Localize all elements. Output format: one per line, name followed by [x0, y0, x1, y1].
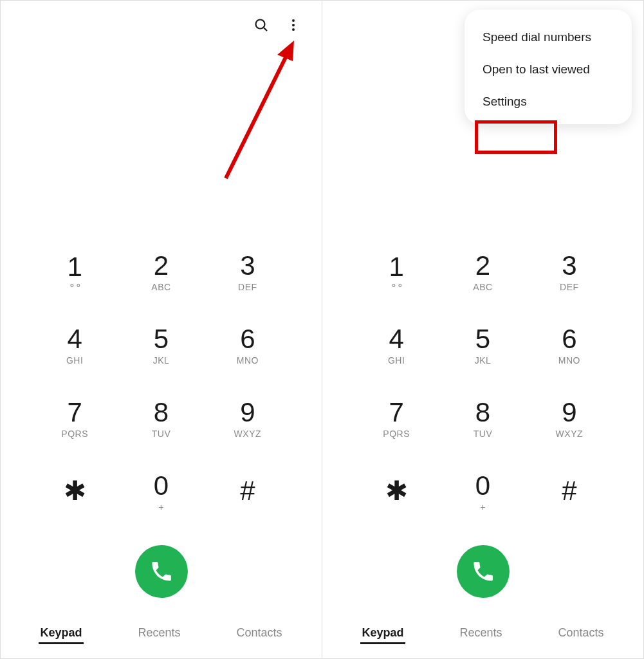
- key-4[interactable]: 4GHI: [32, 321, 118, 370]
- key-2[interactable]: 2ABC: [118, 248, 204, 297]
- key-5[interactable]: 5JKL: [439, 321, 526, 370]
- phone-icon: [471, 559, 495, 584]
- menu-settings[interactable]: Settings: [465, 86, 632, 118]
- dialer-keypad: 1⚬⚬ 2ABC 3DEF 4GHI 5JKL 6MNO 7PQRS 8TUV …: [1, 248, 322, 530]
- key-hash[interactable]: #: [526, 468, 612, 517]
- key-3[interactable]: 3DEF: [205, 248, 291, 297]
- key-5[interactable]: 5JKL: [118, 321, 204, 370]
- call-button[interactable]: [457, 545, 510, 598]
- phone-panel-right: Speed dial numbers Open to last viewed S…: [322, 1, 643, 658]
- key-1[interactable]: 1⚬⚬: [32, 248, 118, 297]
- key-9[interactable]: 9WXYZ: [205, 394, 291, 443]
- key-1[interactable]: 1⚬⚬: [353, 248, 439, 297]
- bottom-tabs: Keypad Recents Contacts: [322, 616, 643, 658]
- menu-open-last-viewed[interactable]: Open to last viewed: [465, 53, 632, 86]
- key-3[interactable]: 3DEF: [526, 248, 612, 297]
- more-icon: [287, 19, 300, 32]
- more-button[interactable]: [283, 15, 304, 35]
- svg-line-1: [264, 28, 267, 31]
- key-9[interactable]: 9WXYZ: [526, 394, 612, 443]
- bottom-tabs: Keypad Recents Contacts: [1, 616, 322, 658]
- key-star[interactable]: ✱: [32, 468, 118, 517]
- tab-keypad[interactable]: Keypad: [360, 624, 405, 644]
- svg-point-2: [292, 19, 295, 22]
- key-8[interactable]: 8TUV: [118, 394, 204, 443]
- voicemail-icon: ⚬⚬: [390, 281, 403, 291]
- svg-point-4: [292, 28, 295, 31]
- key-6[interactable]: 6MNO: [526, 321, 612, 370]
- spacer: [1, 50, 322, 248]
- key-4[interactable]: 4GHI: [353, 321, 439, 370]
- tab-contacts[interactable]: Contacts: [557, 624, 605, 644]
- key-6[interactable]: 6MNO: [205, 321, 291, 370]
- key-7[interactable]: 7PQRS: [32, 394, 118, 443]
- key-star[interactable]: ✱: [353, 468, 439, 517]
- toolbar: [1, 1, 322, 50]
- call-button[interactable]: [135, 545, 188, 598]
- call-button-row: [322, 530, 643, 616]
- svg-point-3: [292, 24, 295, 26]
- key-0[interactable]: 0+: [439, 468, 526, 517]
- menu-speed-dial[interactable]: Speed dial numbers: [465, 21, 632, 53]
- tab-recents[interactable]: Recents: [458, 624, 503, 644]
- tab-contacts[interactable]: Contacts: [235, 624, 283, 644]
- key-2[interactable]: 2ABC: [439, 248, 526, 297]
- overflow-menu: Speed dial numbers Open to last viewed S…: [465, 10, 632, 124]
- search-button[interactable]: [251, 15, 271, 35]
- svg-point-0: [256, 20, 265, 29]
- voicemail-icon: ⚬⚬: [68, 281, 81, 291]
- phone-icon: [149, 559, 174, 584]
- dialer-keypad: 1⚬⚬ 2ABC 3DEF 4GHI 5JKL 6MNO 7PQRS 8TUV …: [322, 248, 643, 530]
- key-0[interactable]: 0+: [118, 468, 204, 517]
- tab-keypad[interactable]: Keypad: [39, 624, 83, 644]
- key-8[interactable]: 8TUV: [439, 394, 526, 443]
- search-icon: [253, 17, 269, 33]
- key-hash[interactable]: #: [205, 468, 291, 517]
- phone-panel-left: 1⚬⚬ 2ABC 3DEF 4GHI 5JKL 6MNO 7PQRS 8TUV …: [1, 1, 322, 658]
- screenshot-container: 1⚬⚬ 2ABC 3DEF 4GHI 5JKL 6MNO 7PQRS 8TUV …: [0, 0, 644, 659]
- key-7[interactable]: 7PQRS: [353, 394, 439, 443]
- tab-recents[interactable]: Recents: [136, 624, 181, 644]
- call-button-row: [1, 530, 322, 616]
